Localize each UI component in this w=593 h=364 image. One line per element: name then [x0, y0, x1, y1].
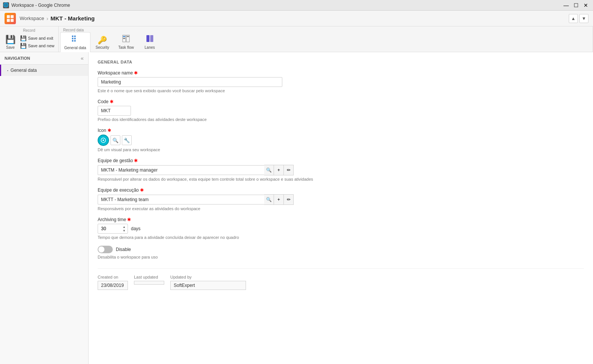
icon-picker: 🔍 🔧 [98, 135, 584, 146]
close-button[interactable]: ✕ [582, 1, 590, 9]
sidebar-header: NAVIGATION « [0, 52, 88, 65]
content-area: GENERAL DATA Workspace name ✱ Este é o n… [89, 52, 593, 364]
nav-back-button[interactable]: ▲ [569, 14, 578, 23]
sidebar-item-general-data[interactable]: • General data [0, 65, 88, 76]
svg-rect-14 [123, 38, 125, 39]
tab-task-flow[interactable]: Task flow [115, 32, 138, 52]
svg-rect-8 [72, 40, 73, 42]
breadcrumb-current: MKT - Marketing [50, 15, 95, 22]
disable-toggle[interactable] [98, 246, 113, 253]
icon-group: Icon ✱ 🔍 🔧 Dê um visual para seu workspa… [98, 128, 584, 152]
breadcrumb-workspace[interactable]: Workspace [20, 15, 44, 21]
svg-rect-3 [11, 19, 14, 22]
equipe-execucao-add-button[interactable]: + [274, 194, 284, 205]
icon-preview [98, 135, 109, 146]
archiving-group: ▲ ▼ days [98, 224, 584, 234]
svg-rect-4 [72, 36, 73, 37]
disable-hint: Desabilita o workspace para uso [98, 255, 584, 259]
equipe-execucao-edit-button[interactable]: ✏ [284, 194, 294, 205]
app-logo [5, 13, 16, 24]
last-updated-label: Last updated [134, 275, 164, 279]
main-layout: NAVIGATION « • General data GENERAL DATA… [0, 52, 593, 364]
created-on-col: Created on 23/08/2019 [98, 275, 128, 290]
save-and-exit-button[interactable]: 💾 Save and exit [19, 35, 55, 42]
sidebar-bullet: • [7, 69, 8, 72]
window-controls: — ☐ ✕ [562, 1, 590, 9]
equipe-execucao-input[interactable] [98, 195, 264, 204]
save-and-new-button[interactable]: 💾 Save and new [19, 42, 55, 49]
minimize-button[interactable]: — [562, 1, 570, 9]
archiving-spinners: ▲ ▼ [121, 225, 127, 232]
tab-security[interactable]: 🔑 Security [91, 33, 114, 52]
section-title: GENERAL DATA [98, 60, 584, 64]
code-input[interactable] [98, 106, 131, 116]
updated-by-value: SoftExpert [170, 281, 246, 290]
save-exit-icon: 💾 [20, 35, 26, 41]
svg-point-18 [103, 139, 104, 141]
disable-label: Disable [116, 247, 131, 252]
title-bar: 🌐 Workspace - Google Chrome — ☐ ✕ [0, 0, 593, 11]
days-label: days [131, 226, 140, 231]
record-data-label: Record data [59, 26, 593, 32]
spinner-down[interactable]: ▼ [121, 229, 127, 232]
equipe-gestao-group: Equipe de gestão ✱ 🔍 + ✏ Responsável por… [98, 158, 584, 181]
equipe-execucao-group: Equipe de execução ✱ 🔍 + ✏ Responsáveis … [98, 187, 584, 211]
record-group: Record 💾 Save 💾 Save and exit 💾 Save and… [0, 26, 59, 52]
updated-by-col: Updated by SoftExpert [170, 275, 246, 290]
archiving-spinner-wrap: ▲ ▼ [98, 224, 128, 234]
app-header: Workspace › MKT - Marketing ▲ ▼ [0, 11, 593, 26]
last-updated-value [134, 281, 164, 285]
icon-hint: Dê um visual para seu workspace [98, 147, 584, 152]
required-asterisk-execucao: ✱ [140, 187, 144, 193]
svg-rect-12 [123, 36, 125, 37]
updated-by-label: Updated by [170, 275, 246, 279]
workspace-name-group: Workspace name ✱ Este é o nome que será … [98, 70, 584, 93]
workspace-name-hint: Este é o nome que será exibido quando vo… [98, 88, 584, 93]
equipe-gestao-add-button[interactable]: + [274, 165, 284, 175]
icon-search-button[interactable]: 🔍 [111, 135, 120, 145]
workspace-name-label: Workspace name ✱ [98, 70, 584, 76]
svg-rect-5 [74, 36, 76, 37]
record-group-label: Record [3, 28, 55, 33]
equipe-gestao-hint: Responsável por alterar os dados do work… [98, 177, 584, 181]
equipe-execucao-input-group: 🔍 + ✏ [98, 194, 584, 205]
sidebar-collapse-button[interactable]: « [81, 55, 84, 61]
workspace-name-input[interactable] [98, 77, 282, 87]
sidebar: NAVIGATION « • General data [0, 52, 89, 364]
equipe-execucao-hint: Responsáveis por executar as atividades … [98, 206, 584, 211]
nav-forward-button[interactable]: ▼ [579, 14, 588, 23]
required-asterisk-icon: ✱ [107, 128, 111, 133]
tab-lanes[interactable]: Lanes [139, 32, 161, 52]
required-asterisk-archiving: ✱ [127, 217, 131, 222]
svg-rect-0 [7, 15, 10, 18]
equipe-gestao-label: Equipe de gestão ✱ [98, 158, 584, 163]
tab-general-data[interactable]: General data [60, 32, 90, 52]
task-flow-icon [122, 34, 130, 45]
icon-edit-button[interactable]: 🔧 [122, 135, 132, 145]
lanes-icon [146, 34, 154, 45]
title-bar-title: Workspace - Google Chrome [11, 3, 562, 8]
maximize-button[interactable]: ☐ [572, 1, 580, 9]
code-label: Code ✱ [98, 99, 584, 104]
equipe-execucao-search-button[interactable]: 🔍 [264, 194, 274, 205]
required-asterisk: ✱ [134, 70, 138, 76]
svg-rect-7 [74, 38, 76, 39]
app-icon: 🌐 [3, 2, 9, 8]
save-icon: 💾 [5, 35, 16, 45]
svg-rect-9 [74, 40, 76, 42]
security-icon: 🔑 [98, 36, 107, 45]
created-on-value: 23/08/2019 [98, 281, 128, 290]
toggle-knob [98, 246, 104, 252]
equipe-gestao-edit-button[interactable]: ✏ [284, 165, 294, 175]
toolbar: Record 💾 Save 💾 Save and exit 💾 Save and… [0, 26, 593, 52]
spinner-up[interactable]: ▲ [121, 225, 127, 229]
svg-rect-6 [72, 38, 73, 39]
equipe-gestao-search-button[interactable]: 🔍 [264, 165, 274, 175]
svg-rect-13 [127, 36, 129, 37]
code-hint: Prefixo dos identificadores das atividad… [98, 117, 584, 122]
tab-group: General data 🔑 Security Task flow [59, 32, 593, 52]
equipe-gestao-input[interactable] [98, 165, 264, 175]
header-nav: ▲ ▼ [569, 14, 588, 23]
save-button[interactable]: 💾 Save [3, 34, 18, 50]
archiving-time-group: Archiving time ✱ ▲ ▼ days Tempo que demo… [98, 217, 584, 240]
